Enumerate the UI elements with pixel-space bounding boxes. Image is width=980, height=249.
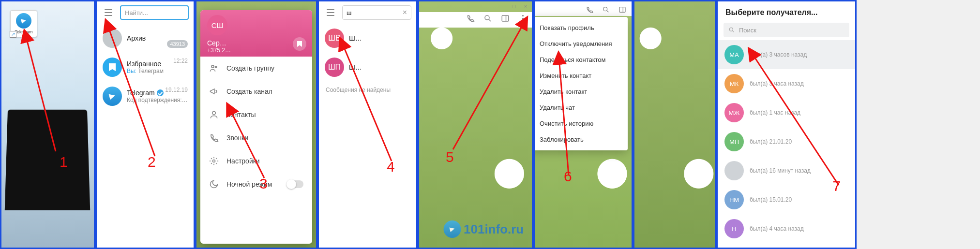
search-input[interactable]: ш × xyxy=(342,5,411,20)
menu-block[interactable]: Заблокировать xyxy=(533,132,628,147)
avatar: МА xyxy=(724,45,744,64)
menu-mute[interactable]: Отключить уведомления xyxy=(533,36,628,52)
step-5-chat-header: — □ × 101info.ru 5 xyxy=(418,0,533,249)
svg-point-18 xyxy=(729,28,733,31)
contact-icon xyxy=(209,110,219,119)
svg-point-8 xyxy=(485,15,489,20)
contact-row[interactable]: Н был(а) 4 часа назад xyxy=(718,214,855,243)
phone-icon xyxy=(209,133,219,143)
svg-line-14 xyxy=(607,11,608,12)
window-controls: — □ × xyxy=(499,3,529,9)
search-input[interactable]: Поиск xyxy=(724,23,849,37)
contact-status: был(а) 16 минут назад xyxy=(750,167,811,174)
search-result-row[interactable]: ШП Ш… xyxy=(319,53,416,82)
telegram-chat-row[interactable]: Telegram Код подтверждения: 1… 19.12.19 xyxy=(97,82,194,111)
svg-point-4 xyxy=(212,111,216,115)
call-icon[interactable] xyxy=(585,5,594,14)
archive-icon xyxy=(103,29,122,48)
telegram-icon xyxy=(103,87,122,106)
contact-row[interactable]: МК был(а) 3 часа назад xyxy=(718,69,855,98)
moon-icon xyxy=(209,179,219,189)
megaphone-icon xyxy=(209,87,219,96)
menu-clear-history[interactable]: Очистить историю xyxy=(533,116,628,132)
call-icon[interactable] xyxy=(466,14,475,23)
svg-rect-10 xyxy=(502,15,509,21)
watermark: 101info.ru xyxy=(443,220,524,238)
menu-settings[interactable]: Настройки xyxy=(200,149,312,173)
minimize-button[interactable]: — xyxy=(499,3,506,9)
menu-edit-contact[interactable]: Изменить контакт xyxy=(533,68,628,84)
step-3-main-menu: СШ Сер… +375 2… Создать группу Создать к… xyxy=(195,0,317,249)
contact-status: был(а) 4 часа назад xyxy=(750,225,804,232)
svg-line-9 xyxy=(489,19,491,21)
sidebar-icon[interactable] xyxy=(501,14,510,23)
step-number: 4 xyxy=(387,159,395,175)
menu-new-group[interactable]: Создать группу xyxy=(200,57,312,80)
svg-point-13 xyxy=(603,7,607,11)
step-number: 1 xyxy=(60,154,68,170)
menu-share-contact[interactable]: Поделиться контактом xyxy=(533,52,628,68)
verified-icon xyxy=(157,89,164,96)
avatar: ШП xyxy=(325,58,344,77)
group-icon xyxy=(209,63,219,73)
sidebar-icon[interactable] xyxy=(618,5,627,14)
step-6-context-menu: Показать профиль Отключить уведомления П… xyxy=(533,0,633,249)
svg-line-19 xyxy=(733,31,734,32)
archive-badge: 43913 xyxy=(167,40,188,48)
contact-row[interactable]: МА был(а) 3 часов назад xyxy=(718,40,855,69)
svg-rect-15 xyxy=(619,7,625,13)
contact-status: был(а) 1 час назад xyxy=(750,109,800,116)
contact-row[interactable]: МП был(а) 21.01.20 xyxy=(718,127,855,156)
menu-calls[interactable]: Звонки xyxy=(200,126,312,149)
search-icon[interactable] xyxy=(483,14,492,23)
profile-header[interactable]: СШ Сер… +375 2… xyxy=(200,10,312,57)
contact-row[interactable]: МЖ был(а) 1 час назад xyxy=(718,98,855,127)
menu-show-profile[interactable]: Показать профиль xyxy=(533,20,628,36)
step-bg xyxy=(633,0,716,249)
step-number: 7 xyxy=(832,178,841,194)
step-4-search-results: ш × ШВ Ш… ШП Ш… Сообщения не найдены 4 xyxy=(317,0,418,249)
archive-row[interactable]: Архив 43913 xyxy=(97,24,194,53)
avatar xyxy=(724,161,744,180)
avatar: НМ xyxy=(724,190,744,209)
telegram-desktop-shortcut[interactable]: Telegram ↗ xyxy=(10,10,37,37)
menu-delete-contact[interactable]: Удалить контакт xyxy=(533,84,628,100)
search-icon xyxy=(728,27,735,33)
step-number: 3 xyxy=(259,176,268,192)
saved-messages-row[interactable]: Избранное Вы: Телеграм 12:22 xyxy=(97,53,194,82)
search-result-row[interactable]: ШВ Ш… xyxy=(319,24,416,53)
search-icon[interactable] xyxy=(602,5,610,14)
maximize-button[interactable]: □ xyxy=(511,3,517,9)
step-7-forward-picker: Выберите получателя... Поиск МА был(а) 3… xyxy=(716,0,857,249)
close-button[interactable]: × xyxy=(522,3,529,9)
contact-status: был(а) 3 часа назад xyxy=(750,80,804,87)
menu-contacts[interactable]: Контакты xyxy=(200,103,312,126)
step-2-chatlist: Найти... Архив 43913 Избранное Вы: Телег… xyxy=(95,0,195,249)
contact-status: был(а) 3 часов назад xyxy=(750,51,807,58)
avatar: Н xyxy=(724,219,744,238)
search-input[interactable]: Найти... xyxy=(120,5,189,20)
dialog-title: Выберите получателя... xyxy=(718,1,855,20)
clear-icon[interactable]: × xyxy=(403,8,407,17)
contact-status: был(а) 21.01.20 xyxy=(750,138,792,145)
hamburger-menu-button[interactable] xyxy=(324,5,337,20)
night-mode-toggle[interactable] xyxy=(287,180,303,188)
step-number: 6 xyxy=(564,168,572,185)
gear-icon xyxy=(209,156,219,166)
telegram-icon xyxy=(21,18,27,24)
menu-night-mode[interactable]: Ночной режим xyxy=(200,173,312,196)
menu-delete-chat[interactable]: Удалить чат xyxy=(533,100,628,116)
avatar: МЖ xyxy=(724,103,744,122)
more-menu-button[interactable] xyxy=(518,14,527,23)
hamburger-menu-button[interactable] xyxy=(102,5,115,20)
contact-status: был(а) 15.01.20 xyxy=(750,196,792,203)
svg-point-2 xyxy=(211,65,214,68)
step-number: 5 xyxy=(446,149,454,165)
shortcut-label: Telegram xyxy=(14,29,33,34)
menu-new-channel[interactable]: Создать канал xyxy=(200,80,312,103)
bookmark-icon xyxy=(103,58,122,77)
shortcut-arrow-icon: ↗ xyxy=(10,31,16,38)
avatar: МП xyxy=(724,132,744,151)
saved-messages-button[interactable] xyxy=(293,37,306,51)
laptop-illustration xyxy=(5,110,90,210)
